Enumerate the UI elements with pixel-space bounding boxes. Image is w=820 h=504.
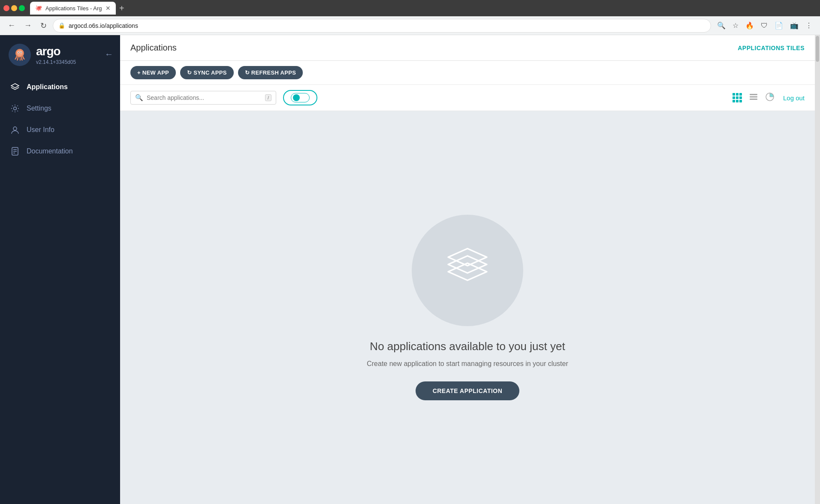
filter-toggle-track [291, 93, 310, 102]
empty-state-title: No applications available to you just ye… [370, 340, 565, 353]
gear-icon [10, 104, 20, 113]
main-content: Applications APPLICATIONS TILES + NEW AP… [120, 35, 815, 504]
svg-marker-20 [448, 256, 487, 273]
cast-icon[interactable]: 📺 [787, 20, 801, 31]
grid-view-icon [733, 93, 742, 102]
svg-point-5 [21, 52, 21, 53]
sidebar-applications-label: Applications [27, 83, 68, 91]
view-icons [731, 90, 776, 105]
search-input[interactable] [147, 94, 262, 101]
search-icon: 🔍 [135, 94, 143, 102]
list-view-button[interactable] [747, 90, 760, 105]
browser-frame: 🐙 Applications Tiles - Arg ✕ + ← → ↻ 🔒 a… [0, 0, 820, 504]
back-button[interactable]: ← [5, 19, 18, 32]
page-title: Applications [130, 43, 177, 53]
kbd-slash-hint: / [265, 94, 271, 101]
window-close-button[interactable] [3, 5, 9, 11]
svg-point-8 [13, 127, 17, 130]
sidebar-item-settings[interactable]: Settings [0, 98, 120, 119]
logo-text-area: argo v2.14.1+3345d05 [36, 45, 76, 65]
filter-bar: 🔍 / [120, 85, 815, 111]
tab-title: Applications Tiles - Arg [45, 5, 102, 12]
refresh-apps-button[interactable]: ↻ REFRESH APPS [238, 66, 303, 79]
sync-apps-button[interactable]: ↻ SYNC APPS [180, 66, 234, 79]
sidebar: argo v2.14.1+3345d05 ← Applications [0, 35, 120, 504]
layers-icon [10, 82, 20, 92]
sidebar-documentation-label: Documentation [27, 147, 73, 155]
grid-view-button[interactable] [731, 91, 744, 104]
extension1-icon[interactable]: 🔥 [743, 20, 757, 31]
empty-state-icon-circle [412, 215, 523, 326]
svg-point-4 [18, 52, 19, 53]
filter-toggle-button[interactable] [283, 90, 317, 105]
logout-button[interactable]: Log out [783, 94, 805, 102]
window-controls [3, 5, 25, 11]
sidebar-logo: argo v2.14.1+3345d05 ← [0, 35, 120, 73]
pie-chart-icon [765, 92, 775, 102]
browser-toolbar: ← → ↻ 🔒 argocd.o6s.io/applications 🔍 ☆ 🔥… [0, 16, 820, 35]
layers-empty-icon [442, 244, 493, 297]
window-maximize-button[interactable] [19, 5, 25, 11]
user-icon [10, 125, 20, 135]
view-title: APPLICATIONS TILES [738, 45, 805, 51]
argo-logo-icon [9, 44, 31, 66]
new-tab-button[interactable]: + [116, 3, 128, 13]
menu-icon[interactable]: ⋮ [803, 20, 815, 31]
app-area: argo v2.14.1+3345d05 ← Applications [0, 35, 820, 504]
create-application-button[interactable]: CREATE APPLICATION [416, 381, 520, 400]
zoom-icon[interactable]: 🔍 [714, 20, 728, 31]
svg-rect-15 [750, 99, 757, 100]
filter-toggle-dot [293, 94, 300, 101]
svg-rect-13 [750, 94, 757, 95]
reload-button[interactable]: ↻ [38, 19, 49, 32]
doc-icon [10, 147, 20, 156]
svg-marker-6 [11, 84, 19, 88]
url-text: argocd.o6s.io/applications [69, 22, 705, 29]
sidebar-item-applications[interactable]: Applications [0, 76, 120, 98]
svg-point-7 [14, 107, 17, 110]
scrollbar[interactable] [815, 35, 820, 504]
search-input-wrap[interactable]: 🔍 / [130, 91, 276, 105]
sidebar-user-info-label: User Info [27, 126, 54, 134]
tab-favicon-icon: 🐙 [35, 5, 42, 12]
forward-button[interactable]: → [21, 19, 34, 32]
action-bar: + NEW APP ↻ SYNC APPS ↻ REFRESH APPS [120, 61, 815, 85]
sidebar-navigation: Applications Settings [0, 73, 120, 165]
list-view-icon [749, 92, 758, 102]
sidebar-item-user-info[interactable]: User Info [0, 119, 120, 141]
bookmark-icon[interactable]: ☆ [730, 20, 741, 31]
argo-brand-text: argo [36, 45, 76, 58]
ssl-lock-icon: 🔒 [58, 22, 65, 29]
browser-titlebar: 🐙 Applications Tiles - Arg ✕ + [0, 0, 820, 16]
pie-chart-view-button[interactable] [763, 90, 776, 105]
sidebar-collapse-button[interactable]: ← [105, 49, 113, 59]
scrollbar-thumb[interactable] [816, 36, 819, 62]
new-app-button[interactable]: + NEW APP [130, 66, 176, 79]
extension2-icon[interactable]: 🛡 [758, 20, 770, 31]
sidebar-item-documentation[interactable]: Documentation [0, 141, 120, 162]
svg-point-1 [17, 50, 23, 56]
argo-version-text: v2.14.1+3345d05 [36, 59, 76, 65]
svg-rect-14 [750, 96, 757, 97]
address-bar[interactable]: 🔒 argocd.o6s.io/applications [53, 19, 711, 33]
sidebar-settings-label: Settings [27, 105, 51, 112]
browser-tab-active[interactable]: 🐙 Applications Tiles - Arg ✕ [30, 2, 116, 15]
tab-close-icon[interactable]: ✕ [106, 5, 111, 12]
toolbar-icons: 🔍 ☆ 🔥 🛡 📄 📺 ⋮ [714, 20, 815, 31]
tabs-area: 🐙 Applications Tiles - Arg ✕ + [30, 2, 817, 15]
empty-state: No applications available to you just ye… [120, 111, 815, 504]
window-minimize-button[interactable] [11, 5, 17, 11]
reader-icon[interactable]: 📄 [772, 20, 786, 31]
top-bar: Applications APPLICATIONS TILES [120, 35, 815, 61]
empty-state-subtitle: Create new application to start managing… [367, 360, 568, 368]
